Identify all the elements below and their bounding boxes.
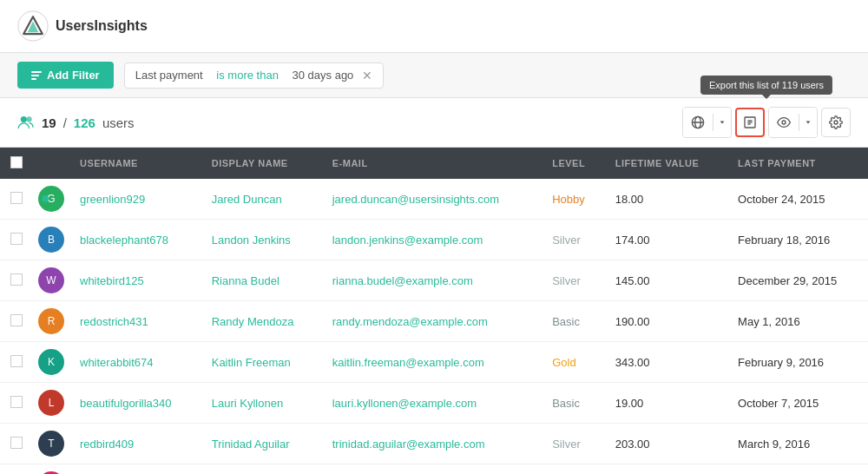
username-link[interactable]: beautifulgorilla340: [80, 397, 172, 410]
table-row[interactable]: R redostrich431 Randy Mendoza randy.mend…: [0, 301, 868, 342]
export-icon: [743, 115, 757, 129]
svg-point-3: [21, 116, 27, 122]
eye-dropdown-button[interactable]: [799, 108, 817, 137]
row-lifetime-value: 203.00: [605, 424, 727, 464]
row-checkbox-cell: [0, 220, 35, 260]
row-username[interactable]: blackelephant678: [69, 220, 201, 260]
row-email[interactable]: jared.duncan@usersinsights.com: [322, 179, 542, 220]
chevron-down-icon-2: [805, 119, 812, 126]
row-checkbox[interactable]: [10, 396, 23, 408]
row-username[interactable]: redostrich431: [69, 301, 201, 342]
lifetime-value: 145.00: [615, 274, 650, 287]
eye-button[interactable]: [769, 108, 799, 137]
username-link[interactable]: redbird409: [80, 438, 134, 451]
row-last-payment: February 9, 2016: [727, 342, 868, 383]
count-separator: /: [63, 115, 67, 130]
username-link[interactable]: blackelephant678: [80, 234, 168, 247]
table-row[interactable]: G greenlion929 Jared Duncan jared.duncan…: [0, 179, 868, 220]
filter-suffix: 30 days ago: [293, 69, 354, 82]
avatar: L: [38, 390, 64, 416]
col-email[interactable]: E-MAIL: [322, 148, 542, 179]
row-checkbox[interactable]: [10, 437, 23, 449]
row-email[interactable]: travis.davidson@example.com: [322, 464, 542, 475]
globe-button[interactable]: [683, 108, 713, 137]
row-username[interactable]: whiterabbit674: [69, 342, 201, 383]
col-checkbox: [0, 148, 35, 179]
row-checkbox[interactable]: [10, 314, 23, 326]
username-link[interactable]: greenlion929: [80, 193, 145, 206]
add-filter-button[interactable]: Add Filter: [17, 62, 114, 89]
last-payment: May 1, 2016: [738, 315, 800, 328]
table-row[interactable]: B blackelephant678 Landon Jenkins landon…: [0, 220, 868, 260]
row-lifetime-value: 343.00: [605, 342, 727, 383]
row-username[interactable]: tinyfrog582: [69, 464, 201, 475]
last-payment: December 29, 2015: [738, 274, 837, 287]
row-username[interactable]: beautifulgorilla340: [69, 383, 201, 424]
row-email[interactable]: rianna.budel@example.com: [322, 260, 542, 301]
row-level: Gold: [542, 342, 605, 383]
email-link[interactable]: kaitlin.freeman@example.com: [332, 356, 484, 369]
select-all-checkbox[interactable]: [10, 156, 23, 168]
globe-icon: [691, 115, 705, 129]
lifetime-value: 174.00: [615, 234, 650, 247]
level-badge: Gold: [552, 356, 575, 369]
row-email[interactable]: randy.mendoza@example.com: [322, 301, 542, 342]
row-checkbox[interactable]: [10, 233, 23, 245]
col-last-payment[interactable]: LAST PAYMENT: [727, 148, 868, 179]
svg-point-13: [782, 121, 786, 124]
table-row[interactable]: L beautifulgorilla340 Lauri Kyllonen lau…: [0, 383, 868, 424]
level-badge: Hobby: [552, 193, 585, 206]
display-name: Landon Jenkins: [212, 234, 291, 247]
row-email[interactable]: lauri.kyllonen@example.com: [322, 383, 542, 424]
export-button[interactable]: [735, 108, 765, 137]
col-display-name[interactable]: DISPLAY NAME: [201, 148, 322, 179]
username-link[interactable]: whitebird125: [80, 274, 144, 287]
email-link[interactable]: landon.jenkins@example.com: [332, 234, 483, 247]
row-email[interactable]: kaitlin.freeman@example.com: [322, 342, 542, 383]
row-checkbox[interactable]: [10, 355, 23, 367]
add-filter-label: Add Filter: [47, 69, 100, 82]
eye-button-group: [768, 107, 818, 138]
email-link[interactable]: jared.duncan@usersinsights.com: [332, 193, 499, 206]
row-avatar-cell: W: [35, 260, 69, 301]
svg-point-4: [26, 116, 31, 122]
table-body: G greenlion929 Jared Duncan jared.duncan…: [0, 179, 868, 474]
globe-dropdown-button[interactable]: [713, 108, 731, 137]
table-row[interactable]: W whitebird125 Rianna Budel rianna.budel…: [0, 260, 868, 301]
row-username[interactable]: greenlion929: [69, 179, 201, 220]
table-row[interactable]: K whiterabbit674 Kaitlin Freeman kaitlin…: [0, 342, 868, 383]
email-link[interactable]: rianna.budel@example.com: [332, 274, 473, 287]
email-link[interactable]: trinidad.aguilar@example.com: [332, 438, 485, 451]
email-link[interactable]: lauri.kyllonen@example.com: [332, 397, 477, 410]
row-username[interactable]: whitebird125: [69, 260, 201, 301]
row-display-name: Rianna Budel: [201, 260, 322, 301]
row-last-payment: February 18, 2016: [727, 220, 868, 260]
username-link[interactable]: redostrich431: [80, 315, 148, 328]
logo: UsersInsights: [17, 10, 148, 42]
lifetime-value: 19.00: [615, 397, 644, 410]
row-email[interactable]: trinidad.aguilar@example.com: [322, 424, 542, 464]
settings-button[interactable]: [821, 108, 851, 137]
email-link[interactable]: randy.mendoza@example.com: [332, 315, 488, 328]
user-count: 19 / 126 users: [17, 115, 135, 130]
row-level: Silver: [542, 424, 605, 464]
table-row[interactable]: T redbird409 Trinidad Aguilar trinidad.a…: [0, 424, 868, 464]
row-avatar-cell: G: [35, 179, 69, 220]
logo-text: UsersInsights: [56, 18, 148, 34]
last-payment: February 9, 2016: [738, 356, 824, 369]
row-checkbox[interactable]: [10, 273, 23, 286]
row-level: Silver: [542, 464, 605, 475]
table-row[interactable]: T tinyfrog582 Travis Davidson travis.dav…: [0, 464, 868, 475]
row-display-name: Lauri Kyllonen: [201, 383, 322, 424]
col-username[interactable]: USERNAME: [69, 148, 201, 179]
username-link[interactable]: whiterabbit674: [80, 356, 154, 369]
col-level[interactable]: LEVEL: [542, 148, 605, 179]
eye-icon: [777, 115, 791, 129]
row-email[interactable]: landon.jenkins@example.com: [322, 220, 542, 260]
row-level: Basic: [542, 383, 605, 424]
row-display-name: Trinidad Aguilar: [201, 424, 322, 464]
row-checkbox[interactable]: [10, 192, 23, 204]
filter-close-button[interactable]: ✕: [362, 69, 372, 82]
col-lifetime-value[interactable]: LIFETIME VALUE: [605, 148, 727, 179]
row-username[interactable]: redbird409: [69, 424, 201, 464]
